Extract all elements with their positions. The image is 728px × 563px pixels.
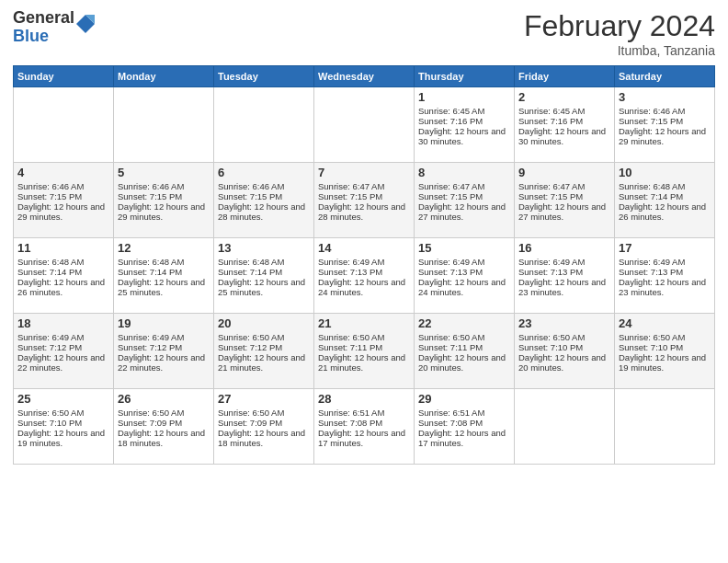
calendar-week: 11Sunrise: 6:48 AMSunset: 7:14 PMDayligh… <box>14 238 715 314</box>
day-number: 20 <box>218 316 310 330</box>
header-day: Thursday <box>415 66 515 87</box>
sunrise-text: Sunrise: 6:46 AM <box>619 106 711 116</box>
sunset-text: Sunset: 7:10 PM <box>619 342 711 352</box>
sunset-text: Sunset: 7:14 PM <box>118 267 210 277</box>
calendar-cell: 12Sunrise: 6:48 AMSunset: 7:14 PMDayligh… <box>114 238 214 314</box>
day-number: 5 <box>118 166 210 179</box>
day-number: 7 <box>318 166 410 179</box>
title-area: February 2024 Itumba, Tanzania <box>524 9 715 58</box>
day-number: 11 <box>17 241 109 255</box>
calendar-week: 25Sunrise: 6:50 AMSunset: 7:10 PMDayligh… <box>14 389 715 465</box>
calendar-cell: 10Sunrise: 6:48 AMSunset: 7:14 PMDayligh… <box>615 163 715 238</box>
day-number: 16 <box>518 241 610 255</box>
calendar-cell: 8Sunrise: 6:47 AMSunset: 7:15 PMDaylight… <box>415 163 515 238</box>
daylight-text: Daylight: 12 hours and 23 minutes. <box>518 277 610 297</box>
daylight-text: Daylight: 12 hours and 19 minutes. <box>17 428 109 448</box>
day-number: 27 <box>218 392 310 406</box>
calendar-cell: 11Sunrise: 6:48 AMSunset: 7:14 PMDayligh… <box>14 238 114 314</box>
daylight-text: Daylight: 12 hours and 19 minutes. <box>619 352 711 373</box>
sunset-text: Sunset: 7:15 PM <box>418 191 510 201</box>
day-number: 8 <box>418 166 510 179</box>
daylight-text: Daylight: 12 hours and 24 minutes. <box>418 277 510 297</box>
calendar-cell: 17Sunrise: 6:49 AMSunset: 7:13 PMDayligh… <box>615 238 715 314</box>
header-row: SundayMondayTuesdayWednesdayThursdayFrid… <box>14 66 715 87</box>
sunrise-text: Sunrise: 6:50 AM <box>17 408 109 418</box>
calendar-week: 18Sunrise: 6:49 AMSunset: 7:12 PMDayligh… <box>14 314 715 389</box>
calendar-cell <box>615 389 715 465</box>
header-day: Tuesday <box>214 66 314 87</box>
daylight-text: Daylight: 12 hours and 21 minutes. <box>318 352 410 373</box>
day-number: 2 <box>518 90 610 104</box>
calendar-cell: 7Sunrise: 6:47 AMSunset: 7:15 PMDaylight… <box>314 163 415 238</box>
header-day: Monday <box>114 66 214 87</box>
sunset-text: Sunset: 7:11 PM <box>318 342 410 352</box>
sunrise-text: Sunrise: 6:49 AM <box>318 257 410 267</box>
day-number: 21 <box>318 316 410 330</box>
sunset-text: Sunset: 7:09 PM <box>118 418 210 428</box>
calendar-cell <box>214 87 314 163</box>
calendar-cell: 15Sunrise: 6:49 AMSunset: 7:13 PMDayligh… <box>415 238 515 314</box>
sunset-text: Sunset: 7:13 PM <box>418 267 510 277</box>
daylight-text: Daylight: 12 hours and 25 minutes. <box>218 277 310 297</box>
logo-icon <box>76 15 95 33</box>
daylight-text: Daylight: 12 hours and 22 minutes. <box>118 352 210 373</box>
sunrise-text: Sunrise: 6:48 AM <box>118 257 210 267</box>
daylight-text: Daylight: 12 hours and 20 minutes. <box>418 352 510 373</box>
sunset-text: Sunset: 7:12 PM <box>218 342 310 352</box>
sunset-text: Sunset: 7:14 PM <box>218 267 310 277</box>
sunset-text: Sunset: 7:08 PM <box>318 418 410 428</box>
sunset-text: Sunset: 7:14 PM <box>619 191 711 201</box>
calendar-header: SundayMondayTuesdayWednesdayThursdayFrid… <box>14 66 715 87</box>
sunset-text: Sunset: 7:15 PM <box>118 191 210 201</box>
sunrise-text: Sunrise: 6:49 AM <box>518 257 610 267</box>
calendar-cell <box>14 87 114 163</box>
sunrise-text: Sunrise: 6:48 AM <box>218 257 310 267</box>
daylight-text: Daylight: 12 hours and 29 minutes. <box>118 201 210 222</box>
daylight-text: Daylight: 12 hours and 26 minutes. <box>17 277 109 297</box>
header: General Blue February 2024 Itumba, Tanza… <box>13 9 715 58</box>
logo-text: General Blue <box>13 9 74 46</box>
calendar-cell: 25Sunrise: 6:50 AMSunset: 7:10 PMDayligh… <box>14 389 114 465</box>
daylight-text: Daylight: 12 hours and 21 minutes. <box>218 352 310 373</box>
sunrise-text: Sunrise: 6:50 AM <box>318 332 410 342</box>
sunset-text: Sunset: 7:10 PM <box>17 418 109 428</box>
calendar-cell: 26Sunrise: 6:50 AMSunset: 7:09 PMDayligh… <box>114 389 214 465</box>
sunset-text: Sunset: 7:08 PM <box>418 418 510 428</box>
day-number: 17 <box>619 241 711 255</box>
sunrise-text: Sunrise: 6:50 AM <box>418 332 510 342</box>
sunset-text: Sunset: 7:13 PM <box>318 267 410 277</box>
daylight-text: Daylight: 12 hours and 18 minutes. <box>118 428 210 448</box>
daylight-text: Daylight: 12 hours and 27 minutes. <box>518 201 610 222</box>
daylight-text: Daylight: 12 hours and 28 minutes. <box>218 201 310 222</box>
day-number: 14 <box>318 241 410 255</box>
calendar-cell: 23Sunrise: 6:50 AMSunset: 7:10 PMDayligh… <box>515 314 615 389</box>
sunrise-text: Sunrise: 6:47 AM <box>318 181 410 191</box>
day-number: 13 <box>218 241 310 255</box>
sunset-text: Sunset: 7:16 PM <box>518 116 610 126</box>
calendar-cell: 9Sunrise: 6:47 AMSunset: 7:15 PMDaylight… <box>515 163 615 238</box>
day-number: 15 <box>418 241 510 255</box>
sunset-text: Sunset: 7:11 PM <box>418 342 510 352</box>
daylight-text: Daylight: 12 hours and 30 minutes. <box>418 126 510 146</box>
sunrise-text: Sunrise: 6:51 AM <box>418 408 510 418</box>
sunset-text: Sunset: 7:10 PM <box>518 342 610 352</box>
calendar-cell: 6Sunrise: 6:46 AMSunset: 7:15 PMDaylight… <box>214 163 314 238</box>
sunset-text: Sunset: 7:15 PM <box>318 191 410 201</box>
logo-general: General <box>13 9 74 28</box>
sunset-text: Sunset: 7:12 PM <box>118 342 210 352</box>
sunrise-text: Sunrise: 6:46 AM <box>218 181 310 191</box>
calendar-cell: 24Sunrise: 6:50 AMSunset: 7:10 PMDayligh… <box>615 314 715 389</box>
sunrise-text: Sunrise: 6:45 AM <box>418 106 510 116</box>
sunset-text: Sunset: 7:09 PM <box>218 418 310 428</box>
header-day: Saturday <box>615 66 715 87</box>
sunset-text: Sunset: 7:14 PM <box>17 267 109 277</box>
daylight-text: Daylight: 12 hours and 22 minutes. <box>17 352 109 373</box>
daylight-text: Daylight: 12 hours and 17 minutes. <box>318 428 410 448</box>
daylight-text: Daylight: 12 hours and 25 minutes. <box>118 277 210 297</box>
location: Itumba, Tanzania <box>524 43 715 58</box>
calendar-body: 1Sunrise: 6:45 AMSunset: 7:16 PMDaylight… <box>14 87 715 465</box>
sunrise-text: Sunrise: 6:45 AM <box>518 106 610 116</box>
daylight-text: Daylight: 12 hours and 17 minutes. <box>418 428 510 448</box>
calendar-cell: 4Sunrise: 6:46 AMSunset: 7:15 PMDaylight… <box>14 163 114 238</box>
calendar-cell: 2Sunrise: 6:45 AMSunset: 7:16 PMDaylight… <box>515 87 615 163</box>
